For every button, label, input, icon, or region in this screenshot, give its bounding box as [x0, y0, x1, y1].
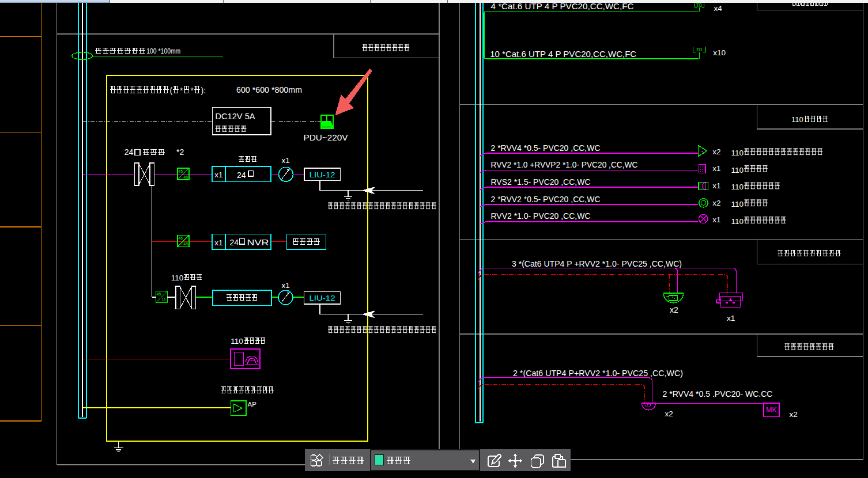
svg-text:110: 110 [731, 149, 744, 157]
svg-text:110: 110 [731, 217, 744, 226]
svg-text:110: 110 [731, 200, 744, 208]
svg-text:x2: x2 [670, 305, 678, 314]
svg-text:24: 24 [124, 147, 134, 157]
svg-text:24: 24 [237, 170, 246, 180]
svg-text:RVV2 *1.0 +RVVP2 *1.0- PVC20 ,: RVV2 *1.0 +RVVP2 *1.0- PVC20 ,CC,WC [491, 160, 638, 169]
svg-text:LIU-12: LIU-12 [310, 294, 335, 302]
svg-text:x1: x1 [214, 170, 222, 179]
svg-text:x1: x1 [712, 164, 720, 173]
svg-text:4 *Cat.6 UTP 4 P PVC20,CC,WC: 4 *Cat.6 UTP 4 P PVC20,CC,WC,FC [491, 2, 634, 11]
svg-text:RVV2 *1.0- PVC20 ,CC,WC: RVV2 *1.0- PVC20 ,CC,WC [491, 211, 591, 221]
svg-text:45: 45 [157, 292, 161, 296]
svg-text:MK: MK [766, 405, 777, 414]
svg-text:45: 45 [183, 175, 188, 179]
svg-text:TO: TO [696, 2, 702, 8]
svg-text:110: 110 [171, 274, 184, 282]
svg-text:x2: x2 [712, 147, 720, 156]
svg-text:x1: x1 [712, 181, 720, 190]
svg-text:45: 45 [178, 169, 183, 173]
svg-text:x1: x1 [727, 314, 735, 323]
svg-text:DC12V 5A: DC12V 5A [216, 112, 255, 121]
svg-text:x2: x2 [712, 199, 720, 207]
svg-text:600 *600 *800mm: 600 *600 *800mm [236, 85, 302, 94]
svg-text:x2: x2 [665, 409, 673, 418]
svg-text:*2: *2 [176, 147, 184, 157]
svg-text:*: * [191, 86, 194, 95]
svg-text:2 *(Cat6 UTP4 P+RVV2 *1.0- PVC: 2 *(Cat6 UTP4 P+RVV2 *1.0- PVC25 ,CC,WC) [513, 369, 683, 378]
svg-text:NVR: NVR [247, 238, 269, 247]
svg-text:45: 45 [183, 242, 188, 246]
svg-text:11: 11 [162, 298, 166, 302]
svg-text:x1: x1 [712, 215, 720, 224]
svg-text:3 *(Cat6 UTP4 P +RVV2 *1.0- PV: 3 *(Cat6 UTP4 P +RVV2 *1.0- PVC25 ,CC,WC… [512, 259, 682, 268]
svg-text:110: 110 [731, 166, 744, 174]
svg-text:2 *RVV4 *0.5- PVC20 ,CC,WC: 2 *RVV4 *0.5- PVC20 ,CC,WC [491, 143, 601, 153]
svg-text:RVS2 *1.5- PVC20 ,CC,WC: RVS2 *1.5- PVC20 ,CC,WC [491, 177, 591, 187]
svg-text:):: ): [201, 86, 206, 95]
svg-text:x10: x10 [713, 48, 726, 57]
svg-text:(: ( [170, 86, 173, 95]
svg-text:x1: x1 [282, 281, 290, 290]
svg-text:PDU~220V: PDU~220V [304, 133, 348, 142]
svg-text:x4: x4 [714, 4, 723, 13]
svg-text:x1: x1 [282, 156, 290, 165]
svg-text:110: 110 [791, 115, 803, 124]
svg-text:110: 110 [731, 183, 744, 191]
svg-text:2 *RVV4 *0.5 .PVC20- WC.CC: 2 *RVV4 *0.5 .PVC20- WC.CC [663, 389, 773, 399]
svg-text:*: * [180, 86, 183, 95]
svg-text:45: 45 [178, 236, 183, 240]
svg-text:100 *100mm: 100 *100mm [146, 47, 180, 55]
svg-text:TO: TO [696, 47, 702, 52]
svg-text:LIU-12: LIU-12 [310, 170, 335, 179]
svg-text:2 *RVV2 *0.5- PVC20 ,CC,WC: 2 *RVV2 *0.5- PVC20 ,CC,WC [491, 195, 601, 204]
svg-text:110: 110 [231, 337, 243, 346]
svg-text:24: 24 [230, 238, 239, 247]
svg-text:x2: x2 [790, 410, 798, 419]
svg-text:x1: x1 [214, 238, 222, 247]
svg-text:10 *Cat.6 UTP 4 P PVC20,CC,W: 10 *Cat.6 UTP 4 P PVC20,CC,WC,FC [490, 50, 636, 59]
svg-text:AP: AP [248, 401, 257, 408]
